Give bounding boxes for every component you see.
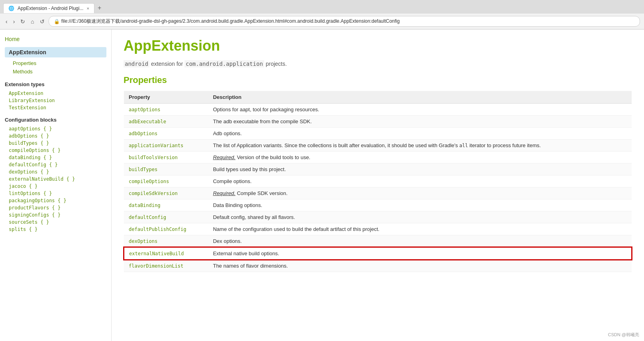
sidebar-config-lintoptions[interactable]: lintOptions { } — [5, 190, 106, 197]
prop-desc-cell: Name of the configuration used to build … — [208, 223, 632, 235]
page-layout: Home AppExtension Properties Methods Ext… — [0, 30, 644, 341]
table-row: applicationVariantsThe list of Applicati… — [124, 140, 632, 152]
sidebar-config-externalnativebuild[interactable]: externalNativeBuild { } — [5, 175, 106, 183]
prop-desc-cell: Options for aapt, tool for packaging res… — [208, 104, 632, 116]
refresh-button[interactable]: ↻ — [19, 18, 27, 26]
table-row: dexOptionsDex options. — [124, 235, 632, 248]
prop-name-cell[interactable]: buildToolsVersion — [124, 152, 208, 164]
prop-name-cell[interactable]: dexOptions — [124, 235, 208, 248]
prop-name-cell[interactable]: externalNativeBuild — [124, 247, 208, 260]
sidebar-appextension-link[interactable]: AppExtension — [5, 90, 106, 97]
sidebar-config-dexoptions[interactable]: dexOptions { } — [5, 168, 106, 175]
table-row: aaptOptionsOptions for aapt, tool for pa… — [124, 104, 632, 116]
sidebar-config-databinding[interactable]: dataBinding { } — [5, 154, 106, 161]
subtitle-middle: extension for — [151, 61, 185, 67]
sidebar-libraryextension-link[interactable]: LibraryExtension — [5, 97, 106, 104]
sidebar-config-jacoco[interactable]: jacoco { } — [5, 183, 106, 190]
extension-types-section-title: Extension types — [5, 81, 106, 87]
sidebar-active-item[interactable]: AppExtension — [5, 47, 106, 57]
properties-table: Property Description aaptOptionsOptions … — [124, 91, 632, 272]
subtitle-package-code: com.android.application — [185, 60, 264, 67]
active-tab[interactable]: 🌐 AppExtension - Android Plugi... × — [3, 3, 94, 13]
sidebar-home-link[interactable]: Home — [5, 36, 106, 42]
sidebar-config-adboptions[interactable]: adbOptions { } — [5, 132, 106, 140]
main-content: AppExtension android extension for com.a… — [112, 30, 644, 341]
prop-name-cell[interactable]: defaultPublishConfig — [124, 223, 208, 235]
prop-desc-cell: Compile options. — [208, 175, 632, 187]
sidebar-testextension-link[interactable]: TestExtension — [5, 104, 106, 111]
tab-title: AppExtension - Android Plugi... — [18, 6, 83, 11]
subtitle-android-code: android — [124, 60, 149, 67]
watermark: CSDN @韩曦亮 — [608, 332, 639, 338]
sidebar-sub-methods[interactable]: Methods — [5, 67, 106, 76]
prop-desc-cell: Build types used by this project. — [208, 164, 632, 175]
sidebar-config-splits[interactable]: splits { } — [5, 226, 106, 233]
subtitle-suffix: projects. — [266, 61, 287, 67]
sidebar-config-signingconfigs[interactable]: signingConfigs { } — [5, 211, 106, 219]
url-text: file:///E:/360极速浏览器下载/android-gradle-dsl… — [61, 18, 400, 25]
sidebar-config-aaptoptions[interactable]: aaptOptions { } — [5, 125, 106, 132]
tab-favicon: 🌐 — [8, 6, 14, 11]
sidebar-config-defaultconfig[interactable]: defaultConfig { } — [5, 161, 106, 168]
table-header-row: Property Description — [124, 91, 632, 104]
table-row: defaultConfigDefault config, shared by a… — [124, 211, 632, 223]
page-subtitle: android extension for com.android.applic… — [124, 61, 632, 67]
prop-desc-cell: The names of flavor dimensions. — [208, 260, 632, 272]
properties-section-title: Properties — [124, 75, 632, 85]
column-header-property: Property — [124, 91, 208, 104]
prop-name-cell[interactable]: buildTypes — [124, 164, 208, 175]
prop-name-cell[interactable]: adbOptions — [124, 128, 208, 140]
url-bar[interactable]: 🔒 file:///E:/360极速浏览器下载/android-gradle-d… — [49, 16, 640, 27]
table-row: buildTypesBuild types used by this proje… — [124, 164, 632, 175]
sidebar-config-packagingoptions[interactable]: packagingOptions { } — [5, 197, 106, 204]
prop-desc-cell: Adb options. — [208, 128, 632, 140]
reload-button[interactable]: ↺ — [38, 18, 46, 26]
prop-name-cell[interactable]: applicationVariants — [124, 140, 208, 152]
home-button[interactable]: ⌂ — [29, 18, 35, 26]
forward-button[interactable]: › — [12, 18, 17, 26]
table-row: buildToolsVersionRequired. Version of th… — [124, 152, 632, 164]
tab-bar: 🌐 AppExtension - Android Plugi... × + — [0, 0, 644, 14]
prop-desc-cell: External native build options. — [208, 247, 632, 260]
back-button[interactable]: ‹ — [4, 18, 9, 26]
prop-name-cell[interactable]: compileSdkVersion — [124, 187, 208, 199]
prop-name-cell[interactable]: adbExecutable — [124, 116, 208, 128]
column-header-description: Description — [208, 91, 632, 104]
table-row: compileOptionsCompile options. — [124, 175, 632, 187]
new-tab-button[interactable]: + — [94, 2, 104, 14]
prop-name-cell[interactable]: dataBinding — [124, 199, 208, 211]
table-row: defaultPublishConfigName of the configur… — [124, 223, 632, 235]
table-row: adbOptionsAdb options. — [124, 128, 632, 140]
address-bar: ‹ › ↻ ⌂ ↺ 🔒 file:///E:/360极速浏览器下载/androi… — [0, 14, 644, 29]
browser-chrome: 🌐 AppExtension - Android Plugi... × + ‹ … — [0, 0, 644, 30]
table-row: compileSdkVersionRequired. Compile SDK v… — [124, 187, 632, 199]
prop-desc-cell: Data Binding options. — [208, 199, 632, 211]
sidebar: Home AppExtension Properties Methods Ext… — [0, 30, 112, 341]
table-row: externalNativeBuildExternal native build… — [124, 247, 632, 260]
prop-desc-cell: The list of Application variants. Since … — [208, 140, 632, 152]
prop-name-cell[interactable]: flavorDimensionList — [124, 260, 208, 272]
prop-desc-cell: Required. Version of the build tools to … — [208, 152, 632, 164]
config-blocks-section-title: Configuration blocks — [5, 117, 106, 123]
prop-desc-cell: Required. Compile SDK version. — [208, 187, 632, 199]
prop-desc-cell: Default config, shared by all flavors. — [208, 211, 632, 223]
table-row: dataBindingData Binding options. — [124, 199, 632, 211]
sidebar-sub-properties[interactable]: Properties — [5, 59, 106, 67]
tab-close-button[interactable]: × — [86, 6, 89, 11]
prop-name-cell[interactable]: defaultConfig — [124, 211, 208, 223]
sidebar-config-productflavors[interactable]: productFlavors { } — [5, 204, 106, 211]
prop-name-cell[interactable]: aaptOptions — [124, 104, 208, 116]
lock-icon: 🔒 — [54, 19, 60, 24]
prop-name-cell[interactable]: compileOptions — [124, 175, 208, 187]
sidebar-config-buildtypes[interactable]: buildTypes { } — [5, 140, 106, 147]
page-title: AppExtension — [124, 37, 632, 54]
sidebar-config-compileoptions[interactable]: compileOptions { } — [5, 147, 106, 154]
prop-desc-cell: The adb executable from the compile SDK. — [208, 116, 632, 128]
prop-desc-cell: Dex options. — [208, 235, 632, 248]
sidebar-config-sourcesets[interactable]: sourceSets { } — [5, 219, 106, 226]
table-row: adbExecutableThe adb executable from the… — [124, 116, 632, 128]
table-row: flavorDimensionListThe names of flavor d… — [124, 260, 632, 272]
